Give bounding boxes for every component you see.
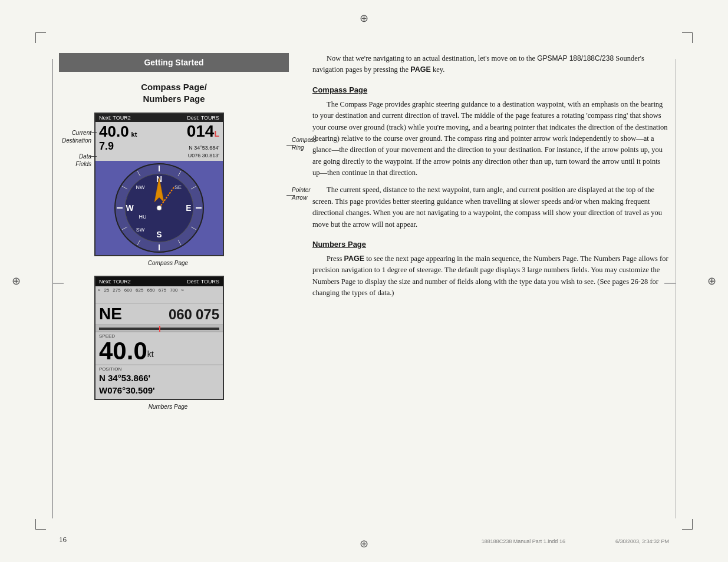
numbers-next-label: Next: TOUR2	[99, 279, 131, 285]
numbers-screen: Next: TOUR2 Dest: TOURS «252756006256506…	[94, 276, 224, 400]
page-container: ⊕ ⊕ ⊕ ⊕ Getting Started Compass Page/ Nu…	[0, 0, 728, 562]
scale-marker	[159, 326, 160, 332]
compass-screen: Next: TOUR2 Dest: TOURS 40.0 kt 014L 7.9	[94, 113, 224, 256]
subsection-title: Compass Page/ Numbers Page	[59, 81, 289, 104]
screen-data-row-1: 40.0 kt 014L	[95, 122, 223, 140]
section-header: Getting Started	[59, 53, 289, 72]
numbers-page-para: Press PAGE to see the next page appearin…	[312, 253, 669, 299]
compass-caption: Compass Page	[47, 260, 289, 266]
svg-text:W: W	[126, 203, 134, 213]
connector-data-fields	[91, 156, 97, 157]
numbers-speed-section: SPEED 40.0kt	[95, 332, 223, 365]
compass-page-para2: The current speed, distance to the next …	[312, 184, 669, 230]
numbers-speed-unit: kt	[147, 349, 154, 359]
numbers-position-section: POSITION N 34°53.866' W076°30.509'	[95, 365, 223, 399]
compass-device-wrapper: Current Destination Data Fields Compass …	[94, 113, 289, 256]
speed-value: 40.0	[99, 124, 129, 139]
label-data-fields: Data Fields	[41, 153, 91, 168]
connector-compass-ring	[286, 145, 294, 146]
bearing-letter: L	[214, 129, 219, 138]
corner-mark-bl	[35, 519, 46, 530]
direction-label: NE	[99, 305, 122, 323]
svg-text:HU: HU	[139, 214, 147, 220]
svg-text:S: S	[156, 230, 162, 239]
svg-text:NW: NW	[136, 184, 145, 190]
numbers-caption: Numbers Page	[47, 404, 289, 410]
product-ref: GPSMAP 188/188C/238	[537, 54, 614, 62]
compass-page-heading: Compass Page	[312, 85, 669, 94]
compass-ring-area: N S W E SE NW SW	[95, 161, 223, 255]
label-compass-ring: Compass Ring	[292, 136, 333, 151]
heading-num2: 075	[196, 306, 219, 323]
position-label: POSITION	[99, 366, 219, 372]
footer-date: 6/30/2003, 3:34:32 PM	[615, 538, 669, 544]
coords-line1: N 34°53.684'	[188, 144, 219, 152]
label-current-destination: Current Destination	[41, 129, 91, 144]
screen-next-label: Next: TOUR2	[99, 115, 131, 121]
numbers-compass-row: «25275600625650675700»	[95, 286, 223, 303]
crosshair-right: ⊕	[707, 275, 716, 287]
label-pointer-arrow: Pointer Arrow	[292, 186, 333, 201]
compass-page-para1: The Compass Page provides graphic steeri…	[312, 99, 669, 179]
svg-point-23	[157, 206, 162, 210]
intro-paragraph: Now that we're navigating to an actual d…	[312, 53, 669, 76]
corner-mark-tr	[682, 32, 693, 43]
svg-text:SE: SE	[174, 184, 182, 190]
screen-top-bar: Next: TOUR2 Dest: TOURS	[95, 114, 223, 122]
page-key-ref2: PAGE	[344, 254, 365, 263]
speed-unit: kt	[131, 131, 137, 138]
numbers-dest-label: Dest: TOURS	[187, 279, 219, 285]
crosshair-left: ⊕	[12, 275, 21, 287]
left-column: Getting Started Compass Page/ Numbers Pa…	[59, 53, 289, 521]
footer-file: 188188C238 Manual Part 1.indd 16	[482, 538, 565, 544]
main-layout: Getting Started Compass Page/ Numbers Pa…	[59, 53, 669, 521]
coords-line2: U076 30.813'	[188, 152, 219, 160]
speed-value-row: 40.0kt	[99, 339, 219, 363]
numbers-top-bar: Next: TOUR2 Dest: TOURS	[95, 277, 223, 286]
side-bar-right	[676, 59, 677, 518]
page-number: 16	[59, 535, 67, 544]
position-value: N 34°53.866' W076°30.509'	[99, 372, 219, 396]
heading-num1: 060	[169, 306, 192, 323]
connector-current-dest	[91, 132, 97, 133]
screen-dest-label: Dest: TOURS	[187, 115, 219, 121]
numbers-heading-large: NE 060 075	[95, 303, 223, 325]
page-footer: 16 188188C238 Manual Part 1.indd 16 6/30…	[59, 535, 669, 544]
xte-value: 7.9	[99, 140, 114, 153]
screen-data-row-2: 7.9 N 34°53.684' U076 30.813'	[95, 140, 223, 161]
bearing-value: 014L	[187, 123, 219, 140]
heading-numbers: 060 075	[169, 306, 219, 323]
compass-svg: N S W E SE NW SW	[112, 161, 206, 255]
side-bar-left	[52, 59, 53, 518]
corner-mark-tl	[35, 32, 46, 43]
compass-scale-strip: «25275600625650675700»	[95, 287, 223, 293]
page-key-ref: PAGE	[410, 65, 431, 74]
numbers-device-wrapper: Next: TOUR2 Dest: TOURS «252756006256506…	[94, 276, 289, 400]
pos-line1: N 34°53.866'	[99, 372, 219, 384]
numbers-scale-bar	[95, 325, 223, 332]
numbers-page-heading: Numbers Page	[312, 240, 669, 249]
crosshair-top: ⊕	[360, 12, 368, 25]
corner-mark-br	[682, 519, 693, 530]
svg-text:SW: SW	[136, 227, 145, 233]
numbers-speed-val: 40.0	[99, 337, 147, 365]
svg-text:E: E	[186, 203, 191, 213]
pos-line2: W076°30.509'	[99, 384, 219, 396]
connector-pointer-arrow	[286, 195, 294, 196]
coords-text: N 34°53.684' U076 30.813'	[188, 144, 219, 159]
footer-meta: 188188C238 Manual Part 1.indd 16 6/30/20…	[482, 538, 669, 544]
right-column: Now that we're navigating to an actual d…	[289, 53, 669, 521]
